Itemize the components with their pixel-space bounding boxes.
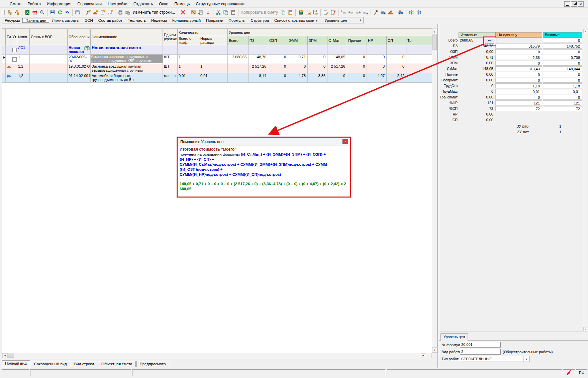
tab-vid-stroki[interactable]: Вид строки bbox=[71, 361, 97, 367]
tab-formuly[interactable]: Формулы bbox=[226, 18, 248, 23]
edit-row-type-button[interactable]: Изменить тип строки... bbox=[131, 10, 176, 15]
cell-num[interactable]: 1,1 bbox=[17, 64, 30, 73]
tab-resursy[interactable]: Ресурсы bbox=[2, 18, 22, 23]
save-icon[interactable] bbox=[49, 9, 56, 16]
menu-informacia[interactable]: Информация bbox=[44, 1, 74, 7]
indent-increase-icon[interactable] bbox=[355, 9, 362, 16]
insert-row-icon[interactable] bbox=[197, 9, 204, 16]
cell-pz[interactable] bbox=[249, 45, 268, 55]
tab-price-level-form[interactable]: Уровень цен bbox=[440, 333, 468, 341]
toolbar-gripper[interactable] bbox=[3, 1, 5, 7]
menu-okno[interactable]: Окно bbox=[156, 1, 171, 7]
cell-ti[interactable] bbox=[6, 64, 11, 73]
cell-pz[interactable]: 2 517,26 bbox=[249, 64, 268, 73]
cell-qty-norm[interactable]: 0,01 bbox=[199, 73, 228, 83]
cell-zpm[interactable]: 0 bbox=[308, 55, 327, 64]
edit-sheet-delete-icon[interactable] bbox=[329, 9, 337, 16]
tab-panel-cen[interactable]: Панель цен bbox=[22, 18, 49, 23]
cell-name[interactable]: Новая локальная смета bbox=[91, 45, 163, 55]
delete-icon[interactable] bbox=[179, 9, 187, 16]
cell-tr[interactable] bbox=[406, 64, 432, 73]
cell-sp[interactable]: 2,42 bbox=[387, 73, 406, 83]
bricks-star-icon[interactable] bbox=[92, 9, 99, 16]
formula-no-input[interactable]: 20 001 bbox=[460, 342, 501, 348]
cell-unit[interactable]: ШТ bbox=[163, 55, 178, 64]
cell-total[interactable]: 2 680,65 bbox=[228, 55, 249, 64]
cell-sp[interactable] bbox=[387, 45, 406, 55]
book-star-icon[interactable] bbox=[297, 9, 304, 16]
layers-pink-icon[interactable] bbox=[408, 9, 415, 16]
paste-pages-icon[interactable] bbox=[287, 9, 294, 16]
truck-load-icon[interactable] bbox=[397, 9, 405, 16]
dialog-close-button[interactable]: x bbox=[342, 139, 348, 144]
lock-window-icon[interactable]: * bbox=[74, 9, 81, 16]
tab-indeksy[interactable]: Индексы bbox=[149, 18, 170, 23]
minimize-button[interactable] bbox=[564, 1, 570, 7]
indent-last-icon[interactable] bbox=[362, 9, 369, 16]
edit-sheet-icon[interactable] bbox=[322, 9, 329, 16]
menu-spravochniki[interactable]: Справочники bbox=[74, 1, 105, 7]
cell-basis[interactable]: Новая локальн bbox=[68, 45, 91, 55]
materials-bricks-icon[interactable] bbox=[387, 9, 394, 16]
cell-link[interactable] bbox=[30, 64, 68, 73]
cell-pz[interactable]: 148,76 bbox=[249, 55, 268, 64]
cell-ozp[interactable]: 0 bbox=[268, 73, 288, 83]
print-settings-icon[interactable] bbox=[124, 9, 131, 16]
tab-esn[interactable]: ЭСН bbox=[82, 18, 96, 23]
cell-unit[interactable] bbox=[163, 45, 178, 55]
scroll-up-button[interactable]: ▲ bbox=[432, 29, 437, 34]
cut-icon[interactable] bbox=[215, 9, 222, 16]
cell-marker[interactable] bbox=[2, 45, 6, 55]
cell-link[interactable] bbox=[30, 55, 68, 64]
cell-link[interactable] bbox=[30, 73, 68, 83]
cell-ozp[interactable]: 0 bbox=[268, 55, 288, 64]
scroll-down-button[interactable]: ▼ bbox=[583, 327, 587, 331]
hammer-star-icon[interactable] bbox=[84, 9, 92, 16]
cell-ut[interactable] bbox=[11, 55, 17, 64]
cell-emm[interactable]: 0,71 bbox=[288, 55, 308, 64]
scroll-down-button[interactable]: ▼ bbox=[432, 347, 437, 353]
menu-nastroyki[interactable]: Настройки bbox=[105, 1, 130, 7]
cell-zpm[interactable]: 3,36 bbox=[308, 73, 327, 83]
chevron-down-icon[interactable]: ▼ bbox=[523, 356, 529, 362]
cell-basis[interactable]: 20-02-005-07 bbox=[68, 55, 91, 64]
cell-marker[interactable] bbox=[2, 64, 6, 73]
cell-zpm[interactable]: 0 bbox=[308, 64, 327, 73]
print-icon[interactable] bbox=[117, 9, 124, 16]
menu-rabota[interactable]: Работа bbox=[24, 1, 44, 7]
dialog-titlebar[interactable]: Помощник: Уровень цен x bbox=[178, 138, 350, 146]
cell-num[interactable]: ЛС1 bbox=[17, 45, 30, 55]
cell-ti[interactable] bbox=[6, 73, 11, 83]
cell-stmat[interactable]: 2 517,26 bbox=[327, 64, 347, 73]
cell-ti[interactable] bbox=[6, 55, 11, 64]
indent-first-icon[interactable] bbox=[340, 9, 347, 16]
cell-other[interactable]: 0 bbox=[347, 73, 367, 83]
cell-qty-total[interactable] bbox=[178, 45, 199, 55]
cell-sp[interactable]: 0 bbox=[387, 64, 406, 73]
work-type-combobox[interactable]: СТРОИТЕЛЬНЫЕ ▼ bbox=[460, 356, 529, 362]
cell-name[interactable]: Установка заслонок воздушных и клапанов … bbox=[91, 55, 163, 64]
layers-blue-icon[interactable] bbox=[415, 9, 422, 16]
cell-other[interactable] bbox=[347, 45, 367, 55]
cell-num[interactable]: 1,2 bbox=[17, 73, 30, 83]
cell-other[interactable]: 0 bbox=[347, 55, 367, 64]
refresh-icon[interactable] bbox=[56, 9, 64, 16]
cell-pz[interactable]: 8,14 bbox=[249, 73, 268, 83]
cell-emm[interactable] bbox=[288, 45, 308, 55]
cell-total[interactable]: - bbox=[228, 73, 249, 83]
tab-popravki[interactable]: Поправки bbox=[203, 18, 226, 23]
truck-icon[interactable] bbox=[380, 9, 387, 16]
cell-qty-total[interactable]: 0,01 bbox=[178, 73, 199, 83]
cell-emm[interactable]: 0 bbox=[288, 64, 308, 73]
scroll-right-button[interactable]: ▶ bbox=[421, 353, 426, 358]
price-level-combobox[interactable]: Уровень цен ▼ bbox=[323, 18, 363, 23]
row-checkbox[interactable] bbox=[12, 57, 17, 62]
cell-stmat[interactable] bbox=[327, 45, 347, 55]
cell-ti[interactable] bbox=[6, 45, 11, 55]
copy-icon[interactable] bbox=[222, 9, 229, 16]
tab-konyunkturny[interactable]: Конъюнктурный bbox=[170, 18, 203, 23]
cell-emm[interactable]: 4,78 bbox=[288, 73, 308, 83]
tab-teh-chast[interactable]: Тех. часть bbox=[125, 18, 149, 23]
plus-minus-icon[interactable] bbox=[204, 9, 212, 16]
cell-unit[interactable]: маш.-ч bbox=[163, 73, 178, 83]
